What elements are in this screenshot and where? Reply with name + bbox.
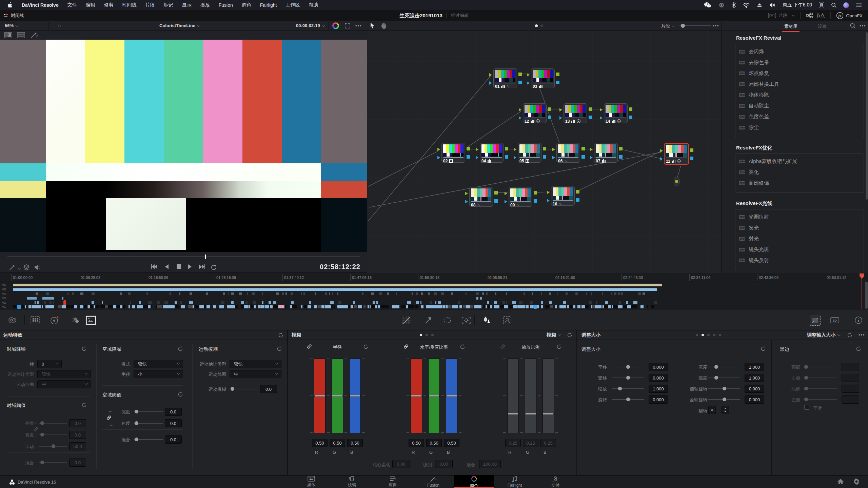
track-v1-clip[interactable] [265, 305, 268, 308]
track-v1-clip[interactable] [378, 305, 380, 308]
track-v1-clip[interactable] [318, 305, 321, 308]
track-v1-clip[interactable] [585, 305, 589, 308]
fx-item[interactable]: GPU发光 [739, 225, 759, 231]
node-input-rgb[interactable] [437, 148, 440, 151]
track-v1-clip[interactable] [541, 305, 544, 308]
track-v1-clip[interactable] [235, 305, 238, 308]
node-input-rgb[interactable] [489, 73, 492, 77]
fx-item[interactable]: GPU镜头光斑 [739, 246, 769, 253]
track-v1-clip[interactable] [28, 305, 32, 308]
track-v1-clip[interactable] [258, 305, 260, 308]
track-v1-clip[interactable] [50, 305, 54, 308]
track-v2-clip[interactable] [376, 301, 378, 304]
node-input-key[interactable] [590, 156, 593, 159]
track-v2-clip[interactable] [37, 301, 39, 304]
page-tab-剪辑[interactable]: 剪辑 [373, 475, 412, 488]
viewer-more-options[interactable]: ••• [355, 23, 362, 28]
temporal-s1-dot[interactable] [40, 433, 44, 436]
track-v2-clip[interactable] [253, 301, 256, 304]
track-v1-clip[interactable] [260, 305, 264, 308]
compare-wipe-icon[interactable] [4, 32, 12, 39]
track-v4-clip[interactable] [441, 292, 444, 295]
field-select[interactable]: 较快 [37, 370, 91, 378]
track-v1-clip[interactable] [470, 305, 472, 308]
track-v2-clip[interactable] [269, 301, 271, 304]
track-v1-clip[interactable] [251, 305, 254, 308]
track-v1-clip[interactable] [105, 305, 108, 308]
sizing-c2-slider[interactable] [708, 374, 740, 381]
blur-bar-handle[interactable] [525, 413, 536, 415]
node-graph[interactable]: 01∿0312131402040506∿0708∿09∿10∿11 [367, 31, 721, 273]
track-v4-clip[interactable] [301, 292, 302, 295]
color-node-07[interactable]: 07 [594, 143, 618, 163]
track-v1-clip[interactable] [555, 305, 557, 308]
track-v4-clip[interactable] [428, 292, 430, 295]
track-v2-clip[interactable] [35, 301, 36, 304]
motion-panel-reset[interactable] [278, 332, 283, 338]
spatial-s0-dot[interactable] [135, 410, 138, 413]
track-v2-clip[interactable] [180, 301, 182, 304]
track-v2-clip[interactable] [373, 301, 375, 304]
sizing-c1-slider[interactable] [612, 374, 644, 381]
gallery-stills-icon[interactable] [7, 315, 18, 326]
track-v1-clip[interactable] [132, 305, 135, 308]
track-v4-clip[interactable] [179, 292, 180, 295]
track-v4-clip[interactable] [412, 292, 413, 295]
track-v4-clip[interactable] [524, 292, 525, 295]
control-center-icon[interactable] [856, 3, 862, 7]
sizing-c1-slider[interactable] [612, 385, 644, 392]
node-output-key[interactable] [534, 199, 537, 203]
track-v1-clip[interactable] [368, 305, 369, 308]
track-v2-clip[interactable] [619, 301, 621, 304]
spatial-nr-reset[interactable] [178, 346, 183, 351]
scrub-playhead[interactable] [205, 255, 206, 259]
track-v1-clip[interactable] [608, 305, 611, 308]
track-v2-clip[interactable] [487, 301, 489, 304]
node-input-rgb[interactable] [590, 148, 593, 151]
track-v2-clip[interactable] [157, 301, 160, 304]
track-v1-clip[interactable] [408, 305, 412, 308]
step-back-button[interactable] [165, 264, 169, 269]
track-v1-clip[interactable] [120, 305, 122, 308]
track-v1-clip[interactable] [545, 305, 550, 308]
track-v1-clip[interactable] [195, 305, 199, 308]
color-node-14[interactable]: 14 [604, 103, 628, 123]
track-v4-clip[interactable] [387, 292, 389, 295]
track-v1-clip[interactable] [463, 305, 466, 308]
track-v1-clip[interactable] [517, 305, 521, 308]
track-v1-clip[interactable] [151, 305, 152, 308]
node-output-rgb[interactable] [581, 147, 585, 150]
blur-bar-R[interactable] [411, 359, 422, 433]
track-v2-clip[interactable] [596, 301, 597, 304]
goto-start-button[interactable] [151, 264, 157, 269]
track-v1-clip[interactable] [137, 305, 140, 308]
track-v1-clip[interactable] [34, 305, 37, 308]
track-v4-clip[interactable] [325, 292, 327, 295]
track-v4-clip[interactable] [371, 292, 374, 295]
node-output-key[interactable] [556, 81, 559, 84]
track-v1-clip[interactable] [13, 305, 17, 308]
color-node-02[interactable]: 02 [441, 143, 465, 163]
track-v1-clip[interactable] [592, 305, 595, 308]
blur-group-reset[interactable] [556, 344, 562, 349]
spatial-thresh-reset[interactable] [178, 392, 183, 397]
track-v2-clip[interactable] [309, 301, 311, 304]
spatial-row-select[interactable]: 较快 [134, 360, 183, 368]
node-output-key[interactable] [581, 155, 585, 159]
track-v1-clip[interactable] [494, 305, 497, 308]
blur-bar-handle[interactable] [332, 395, 343, 397]
sizing-more-options[interactable]: ••• [859, 332, 865, 337]
node-output-rgb[interactable] [494, 191, 498, 195]
track-v4-clip[interactable] [291, 292, 293, 295]
node-output-rgb[interactable] [543, 147, 546, 150]
blur-bar-handle[interactable] [446, 395, 457, 397]
field-select[interactable]: 中 [37, 380, 91, 388]
sizing-c1-dot[interactable] [626, 376, 630, 380]
track-v2-clip[interactable] [519, 301, 522, 304]
menu-item-帮助[interactable]: 帮助 [309, 2, 318, 8]
sizing-mode-select[interactable]: 调整输入大小 [807, 332, 840, 338]
node-output-rgb[interactable] [589, 107, 592, 111]
node-output-key[interactable] [629, 116, 632, 119]
track-v1-clip[interactable] [113, 305, 116, 308]
track-v1-clip[interactable] [479, 305, 481, 308]
